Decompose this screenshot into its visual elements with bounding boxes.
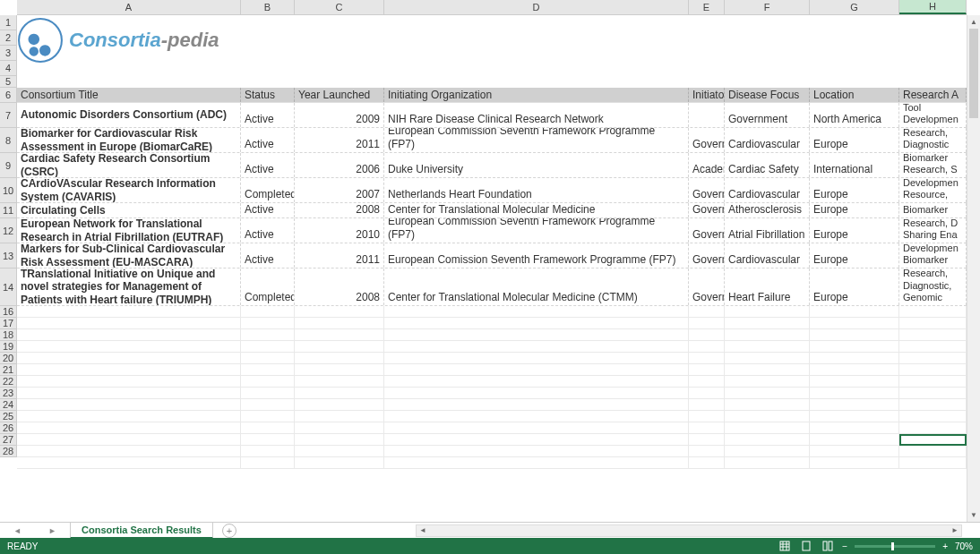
header-d[interactable]: Initiating Organization <box>384 88 689 102</box>
empty-cell[interactable] <box>689 422 725 433</box>
data-g[interactable]: Europe <box>810 178 899 202</box>
row-header-4[interactable]: 4 <box>0 61 17 76</box>
empty-cell[interactable] <box>17 457 241 468</box>
col-header-D[interactable]: D <box>384 0 689 14</box>
empty-cell[interactable] <box>689 341 725 352</box>
empty-cell[interactable] <box>725 434 810 445</box>
empty-cell[interactable] <box>899 376 967 387</box>
empty-cell[interactable] <box>17 388 241 398</box>
row-header-1[interactable]: 1 <box>0 15 17 30</box>
data-e[interactable]: Govern <box>689 203 725 217</box>
data-e[interactable]: Govern <box>689 128 725 152</box>
header-f[interactable]: Disease Focus <box>725 88 810 102</box>
empty-cell[interactable] <box>295 318 384 328</box>
empty-cell[interactable] <box>17 434 241 445</box>
data-a[interactable]: Biomarker for Cardiovascular Risk Assess… <box>17 128 241 152</box>
empty-cell[interactable] <box>241 329 295 340</box>
empty-cell[interactable] <box>384 411 689 422</box>
data-g[interactable]: International <box>810 153 899 177</box>
row-header-17[interactable]: 17 <box>0 318 17 329</box>
sheet-tab-active[interactable]: Consortia Search Results <box>70 523 213 539</box>
col-header-A[interactable]: A <box>17 0 241 14</box>
scroll-up-icon[interactable]: ▲ <box>967 15 980 29</box>
data-d[interactable]: Netherlands Heart Foundation <box>384 178 689 202</box>
row-header-2[interactable]: 2 <box>0 30 17 46</box>
data-c[interactable]: 2009 <box>295 103 384 127</box>
empty-cell[interactable] <box>899 411 967 422</box>
header-g[interactable]: Location <box>810 88 899 102</box>
empty-cell[interactable] <box>899 353 967 363</box>
empty-cell[interactable] <box>810 353 899 363</box>
row-header-14[interactable]: 14 <box>0 268 17 306</box>
empty-cell[interactable] <box>17 306 241 317</box>
row-header-27[interactable]: 27 <box>0 434 17 446</box>
header-b[interactable]: Status <box>241 88 295 102</box>
data-a[interactable]: Cardiac Safety Research Consortium (CSRC… <box>17 153 241 177</box>
empty-cell[interactable] <box>899 306 967 317</box>
empty-cell[interactable] <box>17 353 241 363</box>
data-a[interactable]: European Network for Translational Resea… <box>17 218 241 243</box>
row-header-26[interactable]: 26 <box>0 422 17 434</box>
data-f[interactable]: Cardiovascular <box>725 243 810 268</box>
empty-cell[interactable] <box>725 364 810 375</box>
empty-cell[interactable] <box>689 411 725 422</box>
empty-cell[interactable] <box>17 446 241 456</box>
row-header-7[interactable]: 7 <box>0 103 17 128</box>
row-header-25[interactable]: 25 <box>0 411 17 422</box>
data-e[interactable]: Govern <box>689 218 725 243</box>
row-header-11[interactable]: 11 <box>0 203 17 218</box>
row-header-16[interactable]: 16 <box>0 306 17 318</box>
empty-cell[interactable] <box>384 318 689 328</box>
data-g[interactable]: Europe <box>810 218 899 243</box>
data-h[interactable]: Biomarker Research, Diagnostic <box>899 128 967 152</box>
empty-cell[interactable] <box>689 399 725 410</box>
empty-cell[interactable] <box>295 353 384 363</box>
data-c[interactable]: 2007 <box>295 178 384 202</box>
add-sheet-button[interactable]: + <box>222 524 236 538</box>
empty-cell[interactable] <box>689 446 725 456</box>
empty-cell[interactable] <box>241 388 295 398</box>
data-a[interactable]: CArdioVAscular Research Information Syst… <box>17 178 241 202</box>
data-b[interactable]: Active <box>241 153 295 177</box>
empty-cell[interactable] <box>725 457 810 468</box>
data-e[interactable] <box>689 103 725 127</box>
empty-cell[interactable] <box>384 399 689 410</box>
empty-cell[interactable] <box>17 399 241 410</box>
data-b[interactable]: Active <box>241 218 295 243</box>
col-header-H[interactable]: H <box>899 0 967 14</box>
row-header-10[interactable]: 10 <box>0 178 17 203</box>
empty-cell[interactable] <box>810 329 899 340</box>
col-header-E[interactable]: E <box>689 0 725 14</box>
row-header-18[interactable]: 18 <box>0 329 17 341</box>
row-header-9[interactable]: 9 <box>0 153 17 178</box>
row-headers[interactable]: 1234567891011121314161718192021222324252… <box>0 15 17 457</box>
data-h[interactable]: Biomarker Research, D Sharing Ena <box>899 218 967 243</box>
empty-cell[interactable] <box>725 376 810 387</box>
empty-cell[interactable] <box>295 399 384 410</box>
empty-cell[interactable] <box>725 341 810 352</box>
empty-cell[interactable] <box>241 434 295 445</box>
empty-cell[interactable] <box>384 457 689 468</box>
empty-cell[interactable] <box>725 422 810 433</box>
data-f[interactable]: Atherosclerosis <box>725 203 810 217</box>
empty-cell[interactable] <box>810 457 899 468</box>
empty-cell[interactable] <box>295 306 384 317</box>
data-d[interactable]: Center for Translational Molecular Medic… <box>384 203 689 217</box>
empty-cell[interactable] <box>384 341 689 352</box>
header-c[interactable]: Year Launched <box>295 88 384 102</box>
row-header-8[interactable]: 8 <box>0 128 17 153</box>
vertical-scrollbar[interactable]: ▲ ▼ <box>967 15 980 522</box>
data-a[interactable]: Markers for Sub-Clinical Cardiovascular … <box>17 243 241 268</box>
empty-cell[interactable] <box>899 341 967 352</box>
empty-cell[interactable] <box>17 329 241 340</box>
empty-cell[interactable] <box>810 341 899 352</box>
view-normal-icon[interactable] <box>778 540 792 552</box>
row-header-24[interactable]: 24 <box>0 399 17 411</box>
empty-cell[interactable] <box>810 411 899 422</box>
data-g[interactable]: Europe <box>810 203 899 217</box>
empty-cell[interactable] <box>810 422 899 433</box>
empty-cell[interactable] <box>241 457 295 468</box>
zoom-slider[interactable] <box>855 545 935 548</box>
header-e[interactable]: Initiato <box>689 88 725 102</box>
data-f[interactable]: Government <box>725 103 810 127</box>
